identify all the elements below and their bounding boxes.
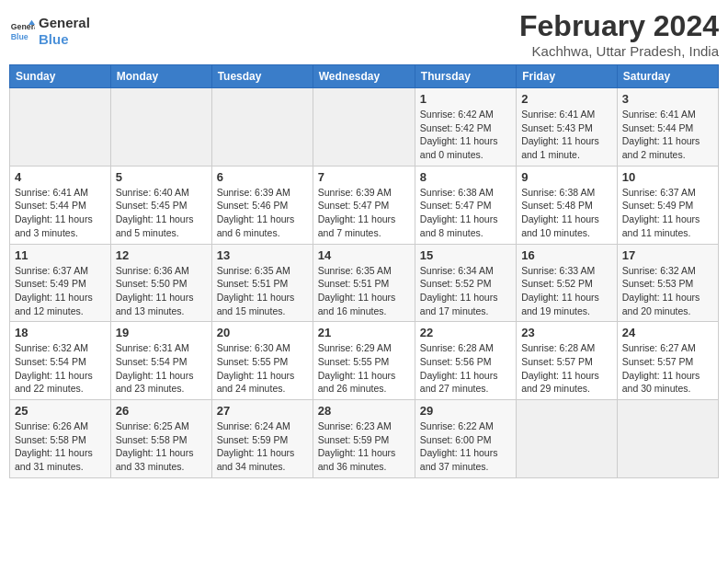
- calendar-table: SundayMondayTuesdayWednesdayThursdayFrid…: [9, 64, 719, 478]
- page-header: General Blue General Blue February 2024 …: [9, 9, 719, 59]
- day-info: Sunrise: 6:33 AM Sunset: 5:52 PM Dayligh…: [521, 264, 612, 318]
- calendar-cell: 2Sunrise: 6:41 AM Sunset: 5:43 PM Daylig…: [517, 88, 618, 167]
- calendar-cell: 22Sunrise: 6:28 AM Sunset: 5:56 PM Dayli…: [415, 322, 516, 400]
- day-number: 15: [420, 248, 511, 262]
- calendar-cell: 7Sunrise: 6:39 AM Sunset: 5:47 PM Daylig…: [313, 166, 415, 244]
- calendar-cell: 6Sunrise: 6:39 AM Sunset: 5:46 PM Daylig…: [211, 166, 313, 244]
- calendar-cell: 12Sunrise: 6:36 AM Sunset: 5:50 PM Dayli…: [110, 244, 211, 322]
- day-number: 2: [521, 92, 612, 106]
- day-number: 20: [217, 326, 308, 339]
- day-info: Sunrise: 6:41 AM Sunset: 5:44 PM Dayligh…: [15, 186, 106, 240]
- day-info: Sunrise: 6:37 AM Sunset: 5:49 PM Dayligh…: [15, 264, 106, 318]
- day-number: 26: [116, 404, 207, 418]
- calendar-cell: 23Sunrise: 6:28 AM Sunset: 5:57 PM Dayli…: [517, 322, 618, 400]
- logo-icon: General Blue: [9, 18, 35, 44]
- day-number: 16: [521, 248, 612, 262]
- day-info: Sunrise: 6:38 AM Sunset: 5:47 PM Dayligh…: [420, 186, 511, 240]
- day-number: 10: [622, 170, 713, 184]
- calendar-cell: 25Sunrise: 6:26 AM Sunset: 5:58 PM Dayli…: [10, 400, 111, 478]
- calendar-cell: 24Sunrise: 6:27 AM Sunset: 5:57 PM Dayli…: [617, 322, 718, 400]
- day-info: Sunrise: 6:35 AM Sunset: 5:51 PM Dayligh…: [318, 264, 410, 318]
- calendar-cell: 18Sunrise: 6:32 AM Sunset: 5:54 PM Dayli…: [10, 322, 111, 400]
- day-info: Sunrise: 6:37 AM Sunset: 5:49 PM Dayligh…: [622, 186, 713, 240]
- calendar-cell: 11Sunrise: 6:37 AM Sunset: 5:49 PM Dayli…: [10, 244, 111, 322]
- day-of-week-header: Monday: [110, 65, 211, 88]
- calendar-cell: 29Sunrise: 6:22 AM Sunset: 6:00 PM Dayli…: [415, 400, 516, 478]
- calendar-cell: 9Sunrise: 6:38 AM Sunset: 5:48 PM Daylig…: [517, 166, 618, 244]
- calendar-cell: 4Sunrise: 6:41 AM Sunset: 5:44 PM Daylig…: [10, 166, 111, 244]
- calendar-cell: 27Sunrise: 6:24 AM Sunset: 5:59 PM Dayli…: [211, 400, 313, 478]
- day-info: Sunrise: 6:25 AM Sunset: 5:58 PM Dayligh…: [116, 419, 207, 474]
- day-of-week-header: Wednesday: [313, 65, 415, 88]
- calendar-cell: 5Sunrise: 6:40 AM Sunset: 5:45 PM Daylig…: [110, 166, 211, 244]
- day-number: 6: [217, 170, 308, 184]
- calendar-header-row: SundayMondayTuesdayWednesdayThursdayFrid…: [10, 65, 719, 88]
- day-info: Sunrise: 6:41 AM Sunset: 5:43 PM Dayligh…: [521, 108, 612, 162]
- calendar-cell: [110, 88, 211, 167]
- day-info: Sunrise: 6:42 AM Sunset: 5:42 PM Dayligh…: [420, 108, 511, 162]
- calendar-cell: [211, 88, 313, 167]
- calendar-cell: 17Sunrise: 6:32 AM Sunset: 5:53 PM Dayli…: [617, 244, 718, 322]
- calendar-cell: [617, 400, 718, 478]
- calendar-cell: 26Sunrise: 6:25 AM Sunset: 5:58 PM Dayli…: [110, 400, 211, 478]
- day-info: Sunrise: 6:36 AM Sunset: 5:50 PM Dayligh…: [116, 264, 207, 318]
- calendar-cell: 19Sunrise: 6:31 AM Sunset: 5:54 PM Dayli…: [110, 322, 211, 400]
- sub-title: Kachhwa, Uttar Pradesh, India: [519, 43, 719, 59]
- day-info: Sunrise: 6:31 AM Sunset: 5:54 PM Dayligh…: [116, 341, 207, 396]
- calendar-cell: 13Sunrise: 6:35 AM Sunset: 5:51 PM Dayli…: [211, 244, 313, 322]
- day-number: 23: [521, 326, 612, 339]
- calendar-cell: 10Sunrise: 6:37 AM Sunset: 5:49 PM Dayli…: [617, 166, 718, 244]
- calendar-cell: 15Sunrise: 6:34 AM Sunset: 5:52 PM Dayli…: [415, 244, 516, 322]
- day-number: 17: [622, 248, 713, 262]
- day-of-week-header: Tuesday: [211, 65, 313, 88]
- day-number: 19: [116, 326, 207, 339]
- day-info: Sunrise: 6:34 AM Sunset: 5:52 PM Dayligh…: [420, 264, 511, 318]
- calendar-cell: [517, 400, 618, 478]
- logo-blue: Blue: [39, 31, 90, 48]
- day-number: 24: [622, 326, 713, 339]
- calendar-cell: 8Sunrise: 6:38 AM Sunset: 5:47 PM Daylig…: [415, 166, 516, 244]
- day-number: 25: [15, 404, 106, 418]
- day-info: Sunrise: 6:28 AM Sunset: 5:56 PM Dayligh…: [420, 341, 511, 396]
- day-info: Sunrise: 6:39 AM Sunset: 5:47 PM Dayligh…: [318, 186, 410, 240]
- day-number: 4: [15, 170, 106, 184]
- calendar-cell: [10, 88, 111, 167]
- day-number: 3: [622, 92, 713, 106]
- day-info: Sunrise: 6:29 AM Sunset: 5:55 PM Dayligh…: [318, 341, 410, 396]
- day-of-week-header: Sunday: [10, 65, 111, 88]
- day-number: 1: [420, 92, 511, 106]
- day-number: 18: [15, 326, 106, 339]
- day-info: Sunrise: 6:41 AM Sunset: 5:44 PM Dayligh…: [622, 108, 713, 162]
- day-number: 27: [217, 404, 308, 418]
- calendar-cell: 20Sunrise: 6:30 AM Sunset: 5:55 PM Dayli…: [211, 322, 313, 400]
- day-number: 21: [318, 326, 410, 339]
- logo: General Blue General Blue: [9, 15, 90, 48]
- day-info: Sunrise: 6:35 AM Sunset: 5:51 PM Dayligh…: [217, 264, 308, 318]
- calendar-cell: 28Sunrise: 6:23 AM Sunset: 5:59 PM Dayli…: [313, 400, 415, 478]
- day-number: 29: [420, 404, 511, 418]
- calendar-week-row: 25Sunrise: 6:26 AM Sunset: 5:58 PM Dayli…: [10, 400, 719, 478]
- day-info: Sunrise: 6:26 AM Sunset: 5:58 PM Dayligh…: [15, 419, 106, 474]
- day-info: Sunrise: 6:30 AM Sunset: 5:55 PM Dayligh…: [217, 341, 308, 396]
- day-info: Sunrise: 6:40 AM Sunset: 5:45 PM Dayligh…: [116, 186, 207, 240]
- svg-text:Blue: Blue: [11, 32, 28, 41]
- calendar-week-row: 4Sunrise: 6:41 AM Sunset: 5:44 PM Daylig…: [10, 166, 719, 244]
- day-number: 11: [15, 248, 106, 262]
- day-info: Sunrise: 6:28 AM Sunset: 5:57 PM Dayligh…: [521, 341, 612, 396]
- day-of-week-header: Thursday: [415, 65, 516, 88]
- logo-general: General: [39, 15, 90, 31]
- calendar-cell: 14Sunrise: 6:35 AM Sunset: 5:51 PM Dayli…: [313, 244, 415, 322]
- day-number: 28: [318, 404, 410, 418]
- day-info: Sunrise: 6:39 AM Sunset: 5:46 PM Dayligh…: [217, 186, 308, 240]
- day-of-week-header: Saturday: [617, 65, 718, 88]
- calendar-cell: 3Sunrise: 6:41 AM Sunset: 5:44 PM Daylig…: [617, 88, 718, 167]
- day-number: 13: [217, 248, 308, 262]
- day-number: 7: [318, 170, 410, 184]
- title-block: February 2024 Kachhwa, Uttar Pradesh, In…: [519, 9, 719, 59]
- day-number: 5: [116, 170, 207, 184]
- calendar-week-row: 1Sunrise: 6:42 AM Sunset: 5:42 PM Daylig…: [10, 88, 719, 167]
- calendar-cell: 16Sunrise: 6:33 AM Sunset: 5:52 PM Dayli…: [517, 244, 618, 322]
- calendar-week-row: 18Sunrise: 6:32 AM Sunset: 5:54 PM Dayli…: [10, 322, 719, 400]
- calendar-cell: [313, 88, 415, 167]
- day-info: Sunrise: 6:38 AM Sunset: 5:48 PM Dayligh…: [521, 186, 612, 240]
